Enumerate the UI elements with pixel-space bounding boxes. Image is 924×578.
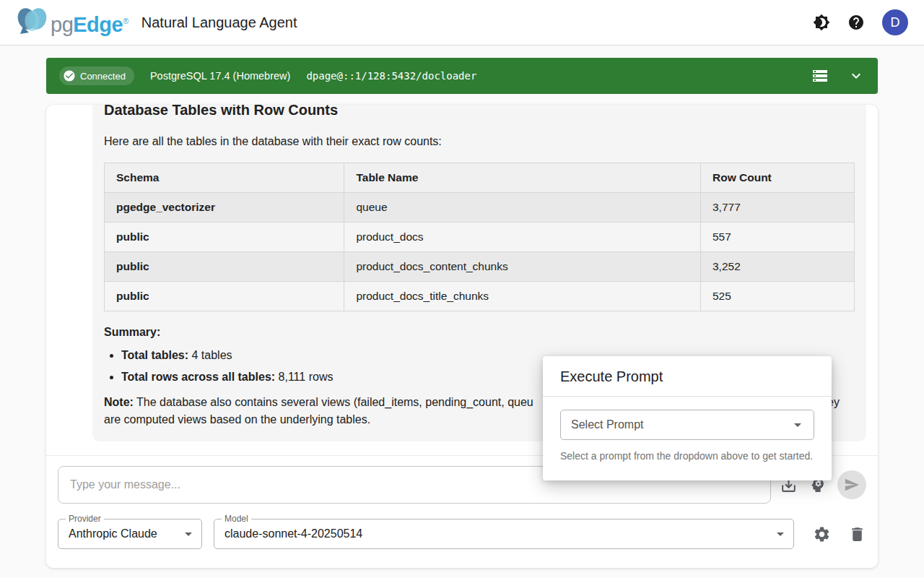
message-heading: Database Tables with Row Counts — [104, 105, 855, 119]
chevron-down-icon[interactable] — [847, 67, 865, 85]
send-icon — [844, 477, 860, 493]
column-header: Schema — [105, 163, 344, 193]
execute-prompt-body: Select Prompt Select a prompt from the d… — [543, 397, 832, 462]
settings-gear-icon[interactable] — [813, 525, 831, 543]
composer-settings-row: Provider Anthropic Claude Model claude-s… — [58, 519, 866, 549]
model-select-value: claude-sonnet-4-20250514 — [225, 527, 362, 540]
table-cell: 557 — [700, 223, 854, 252]
prompt-select-value: Select Prompt — [571, 418, 643, 431]
user-avatar[interactable]: D — [882, 9, 908, 35]
app-header: pgEdge® Natural Language Agent D — [0, 0, 924, 46]
column-header: Row Count — [700, 163, 854, 193]
table-row: publicproduct_docs_content_chunks3,252 — [105, 252, 855, 282]
server-version: PostgreSQL 17.4 (Homebrew) — [150, 70, 291, 82]
table-row: publicproduct_docs_title_chunks525 — [105, 282, 855, 311]
page-title: Natural Language Agent — [141, 14, 297, 31]
note-label: Note: — [104, 396, 134, 408]
chat-panel: Database Tables with Row Counts Here are… — [46, 105, 878, 568]
connection-status-badge: Connected — [59, 66, 134, 85]
provider-select-value: Anthropic Claude — [69, 527, 157, 540]
note-line2: are computed views based on the underlyi… — [104, 413, 370, 426]
table-cell: 3,777 — [700, 193, 854, 223]
table-cell: product_docs — [344, 223, 701, 252]
prompt-select[interactable]: Select Prompt — [560, 410, 814, 440]
composer-settings-icons — [813, 525, 866, 543]
table-cell: 3,252 — [700, 252, 854, 282]
prompt-helper-text: Select a prompt from the dropdown above … — [560, 450, 814, 462]
help-icon[interactable] — [847, 14, 865, 31]
pgedge-logo: pgEdge® — [16, 7, 128, 39]
header-actions: D — [813, 9, 908, 35]
dropdown-arrow-icon — [772, 525, 789, 543]
provider-select-label: Provider — [66, 514, 104, 524]
summary-label: Summary: — [104, 326, 855, 339]
model-select-label: Model — [222, 514, 251, 524]
send-button[interactable] — [837, 470, 866, 499]
check-circle-icon — [63, 69, 76, 82]
model-select[interactable]: Model claude-sonnet-4-20250514 — [214, 519, 794, 549]
execute-prompt-card: Execute Prompt Select Prompt Select a pr… — [543, 356, 832, 480]
table-cell: pgedge_vectorizer — [105, 193, 344, 223]
pgedge-logo-icon — [16, 7, 49, 35]
connection-status-label: Connected — [80, 71, 126, 82]
table-cell: public — [105, 282, 344, 311]
trash-icon[interactable] — [848, 525, 866, 543]
table-cell: public — [105, 252, 344, 282]
column-header: Table Name — [344, 163, 701, 193]
table-row: pgedge_vectorizerqueue3,777 — [105, 193, 855, 223]
note-line1: The database also contains several views… — [134, 396, 533, 408]
database-list-icon[interactable] — [811, 67, 829, 85]
connection-string: dpage@::1/128:5432/docloader — [306, 70, 476, 82]
table-cell: product_docs_content_chunks — [344, 252, 701, 282]
dropdown-arrow-icon — [180, 525, 197, 543]
table-row: publicproduct_docs557 — [105, 223, 855, 252]
table-cell: 525 — [700, 282, 854, 311]
execute-prompt-title: Execute Prompt — [543, 356, 832, 396]
table-header: SchemaTable NameRow Count — [105, 163, 855, 193]
table-cell: product_docs_title_chunks — [344, 282, 701, 311]
connection-actions — [811, 67, 865, 85]
connection-bar: Connected PostgreSQL 17.4 (Homebrew) dpa… — [46, 58, 878, 94]
table-cell: queue — [344, 193, 701, 223]
provider-select[interactable]: Provider Anthropic Claude — [58, 519, 202, 549]
table-cell: public — [105, 223, 344, 252]
row-counts-table: SchemaTable NameRow Count pgedge_vectori… — [104, 163, 855, 311]
pgedge-logo-text: pgEdge® — [51, 7, 128, 39]
message-intro: Here are all the tables in the database … — [104, 135, 855, 148]
dropdown-arrow-icon — [789, 416, 806, 434]
dark-mode-toggle-icon[interactable] — [813, 14, 830, 31]
